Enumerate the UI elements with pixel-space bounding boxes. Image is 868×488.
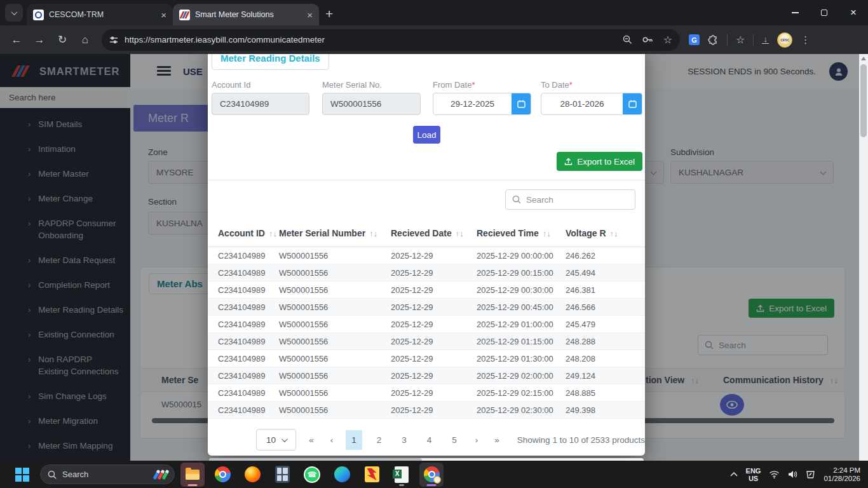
load-button[interactable]: Load (413, 126, 440, 144)
sort-icon[interactable]: ↑↓ (543, 229, 551, 238)
first-page-button[interactable]: « (305, 430, 318, 450)
language-indicator[interactable]: ENGUS (746, 467, 761, 482)
browser-profile-avatar[interactable]: CESC (777, 32, 792, 48)
windows-logo-icon (15, 468, 29, 482)
extension-star-icon[interactable]: ☆ (736, 34, 745, 46)
from-date-input[interactable]: 29-12-2025 (433, 93, 531, 115)
column-header-recieved-date[interactable]: Recieved Date↑↓ (391, 228, 477, 238)
table-row: C234104989W5000015562025-12-292025-12-29… (208, 367, 645, 384)
table-row: C234104989W5000015562025-12-292025-12-29… (208, 350, 645, 367)
table-row: C234104989W5000015562025-12-292025-12-29… (208, 264, 645, 281)
table-row: C234104989W5000015562025-12-292025-12-29… (208, 281, 645, 299)
pagination-summary: Showing 1 to 10 of 2533 products (517, 435, 645, 445)
clock[interactable]: 2:24 PM01/28/2026 (824, 466, 860, 483)
site-info-icon[interactable] (109, 36, 118, 44)
chevron-down-icon (11, 9, 17, 15)
table-cell: 2025-12-29 (391, 302, 477, 312)
table-cell: 2025-12-29 02:00:00 (477, 371, 566, 381)
page-button-5[interactable]: 5 (446, 430, 463, 450)
calculator-icon[interactable] (270, 463, 294, 487)
browser-toolbar: ← → ↻ ⌂ https://smartmeter.ieasybill.com… (0, 25, 868, 54)
new-tab-button[interactable]: + (325, 7, 333, 20)
sort-icon[interactable]: ↑↓ (369, 229, 377, 238)
table-cell: 2025-12-29 00:00:00 (477, 251, 566, 261)
page-size-select[interactable]: 10 (256, 429, 296, 451)
table-cell: 249.124 (566, 371, 645, 381)
page-button-3[interactable]: 3 (396, 430, 412, 450)
battery-saver-icon[interactable] (806, 470, 815, 479)
export-to-excel-button[interactable]: Export to Excel (557, 152, 642, 171)
wifi-icon[interactable] (769, 470, 780, 478)
column-header-meter-serial-number[interactable]: Meter Serial Number↑↓ (279, 228, 391, 238)
column-header-account-id[interactable]: Account ID↑↓ (208, 228, 279, 238)
excel-icon[interactable] (390, 463, 414, 487)
page-vertical-scrollbar[interactable] (859, 54, 868, 461)
password-key-icon[interactable] (642, 36, 653, 43)
column-header-voltage-r[interactable]: Voltage R↑↓ (566, 228, 645, 238)
translate-icon[interactable]: G (689, 34, 700, 45)
table-row: C234104989W5000015562025-12-292025-12-29… (208, 402, 645, 419)
table-cell: 2025-12-29 (391, 388, 477, 398)
reload-button[interactable]: ↻ (52, 30, 72, 50)
account-id-input[interactable]: C234104989 (212, 93, 309, 115)
modal-tab-title[interactable]: Meter Reading Details (212, 54, 329, 70)
table-cell: 2025-12-29 (391, 320, 477, 329)
table-horizontal-scrollbar[interactable] (209, 458, 644, 461)
url-text[interactable]: https://smartmeter.ieasybill.com/communi… (125, 35, 616, 44)
address-bar[interactable]: https://smartmeter.ieasybill.com/communi… (102, 29, 680, 51)
page-button-4[interactable]: 4 (421, 430, 438, 450)
hidden-icons-chevron[interactable] (730, 472, 738, 477)
page-button-2[interactable]: 2 (371, 430, 388, 450)
maximize-button[interactable] (810, 0, 839, 25)
account-id-field: Account Id C234104989 (212, 80, 309, 115)
chrome-icon[interactable] (210, 463, 234, 487)
home-button[interactable]: ⌂ (75, 30, 95, 50)
table-search-box[interactable] (505, 189, 635, 210)
toolbar-extensions-area: G ☆ ↓ CESC ⋮ (686, 32, 813, 48)
prev-page-button[interactable]: ‹ (327, 430, 337, 450)
scrollbar-thumb[interactable] (860, 64, 867, 137)
table-search-input[interactable] (526, 195, 628, 205)
page-button-1[interactable]: 1 (346, 430, 362, 450)
downloads-icon[interactable]: ↓ (762, 36, 769, 44)
smartmeter-favicon (179, 10, 190, 20)
scrollbar-thumb[interactable] (209, 458, 422, 461)
to-date-input[interactable]: 28-01-2026 (541, 93, 642, 115)
next-page-button[interactable]: › (471, 430, 482, 450)
taskbar-search-box[interactable]: Search (40, 464, 175, 484)
sort-icon[interactable]: ↑↓ (269, 229, 277, 238)
tab-search-button[interactable] (5, 4, 23, 22)
table-cell: 2025-12-29 00:30:00 (477, 285, 566, 295)
bookmark-star-icon[interactable]: ☆ (663, 34, 672, 46)
sort-icon[interactable]: ↑↓ (456, 229, 464, 238)
zoom-out-icon[interactable] (623, 35, 632, 44)
meter-serial-input[interactable]: W500001556 (322, 93, 421, 115)
red-app-icon[interactable] (360, 463, 384, 487)
start-button[interactable] (10, 463, 34, 487)
table-cell: 2025-12-29 00:15:00 (477, 268, 566, 278)
last-page-button[interactable]: » (491, 430, 503, 450)
extensions-puzzle-icon[interactable] (708, 34, 719, 45)
calendar-button[interactable] (512, 93, 531, 114)
back-button[interactable]: ← (6, 30, 27, 50)
column-header-recieved-time[interactable]: Recieved Time↑↓ (477, 228, 566, 238)
forward-button[interactable]: → (29, 30, 50, 50)
scroll-up-arrow[interactable] (861, 57, 866, 60)
calendar-button[interactable] (623, 93, 642, 114)
whatsapp-icon[interactable]: ☎ (300, 463, 324, 487)
volume-icon[interactable] (788, 470, 797, 478)
browser-menu-icon[interactable]: ⋮ (801, 34, 810, 46)
edge-icon[interactable] (330, 463, 354, 487)
chrome-profile-icon[interactable] (419, 463, 444, 487)
sort-icon[interactable]: ↑↓ (610, 229, 618, 238)
firefox-icon[interactable] (240, 463, 264, 487)
close-window-button[interactable]: × (839, 0, 868, 25)
minimize-button[interactable] (780, 0, 810, 25)
browser-tab-smartmeter[interactable]: Smart Meter Solutions × (173, 4, 319, 25)
close-tab-icon[interactable]: × (161, 10, 166, 20)
close-tab-icon[interactable]: × (307, 10, 313, 20)
table-cell: C234104989 (208, 302, 279, 312)
file-explorer-icon[interactable] (180, 463, 205, 487)
table-cell: 2025-12-29 02:15:00 (477, 388, 566, 398)
browser-tab-cescom[interactable]: CESCOM-TRM × (27, 4, 173, 25)
